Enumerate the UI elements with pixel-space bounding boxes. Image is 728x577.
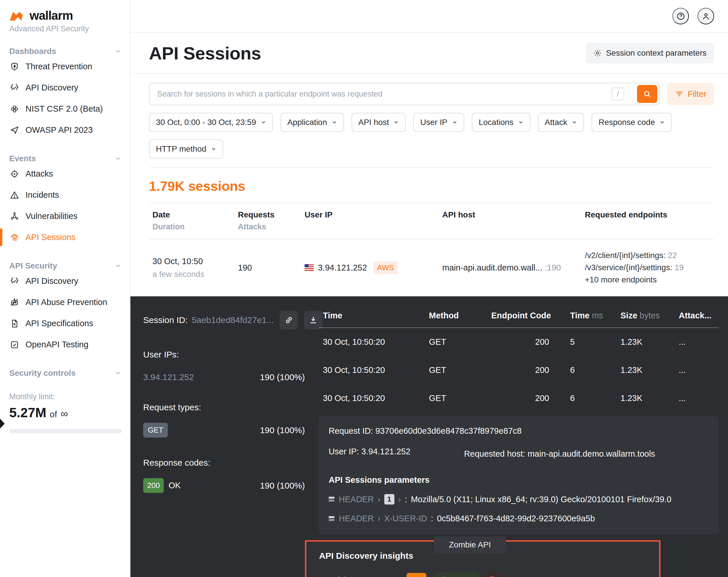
request-types-label: Request types: bbox=[143, 402, 305, 412]
requested-host-value: main-api.audit.demo.wallarm.tools bbox=[527, 449, 655, 458]
requested-host-label: Requested host: bbox=[464, 449, 525, 458]
help-button[interactable] bbox=[672, 8, 689, 24]
crosshair-icon bbox=[9, 169, 20, 179]
panel-user-ip-share: 190 (100%) bbox=[260, 372, 305, 382]
session-id-label: Session ID: bbox=[143, 315, 187, 325]
sidebar-item-owasp[interactable]: OWASP API 2023 bbox=[9, 120, 123, 141]
sidebar-item-api-discovery-2[interactable]: API Discovery bbox=[9, 271, 123, 292]
shield-bolt-icon bbox=[9, 61, 20, 72]
filter-chip-locations[interactable]: Locations bbox=[472, 113, 530, 132]
col-user-ip: User IP bbox=[305, 210, 442, 231]
sidebar-section-events[interactable]: Events bbox=[9, 154, 123, 163]
col-requests: Requests bbox=[238, 210, 305, 220]
header-param-icon bbox=[329, 496, 335, 503]
user-ips-label: User IPs: bbox=[143, 350, 305, 359]
request-row[interactable]: 30 Oct, 10:50:20 GET 200 6 1.23K ... bbox=[319, 356, 719, 384]
endpoint-path: /v2/client/{int}/settings: bbox=[585, 251, 666, 260]
sidebar-section-api-security[interactable]: API Security bbox=[9, 261, 123, 271]
monthly-limit-value: 5.27M bbox=[9, 405, 46, 421]
col-size: Size bbox=[621, 311, 637, 320]
search-input[interactable] bbox=[149, 83, 659, 105]
filter-icon bbox=[675, 90, 684, 98]
check-circle-icon bbox=[440, 576, 448, 577]
sidebar-item-nist-csf[interactable]: NIST CSF 2.0 (Beta) bbox=[9, 98, 123, 120]
header-param-icon bbox=[329, 515, 335, 522]
session-duration: a few seconds bbox=[152, 270, 238, 279]
response-codes-label: Response codes: bbox=[143, 458, 305, 468]
api-risks-label: API risks: bbox=[319, 576, 407, 577]
col-attacks: Attacks bbox=[238, 222, 305, 231]
infinity-symbol: ∞ bbox=[60, 408, 68, 420]
filter-chip-application[interactable]: Application bbox=[281, 113, 344, 132]
sidebar-item-api-discovery[interactable]: API Discovery bbox=[9, 77, 123, 98]
session-api-host: main-api.audit.demo.wall... bbox=[442, 263, 542, 272]
filter-chip-response-code[interactable]: Response code bbox=[592, 113, 672, 132]
filter-chip-http-method[interactable]: HTTP method bbox=[149, 140, 223, 158]
request-row[interactable]: 30 Oct, 10:50:20 GET 200 5 1.23K ... bbox=[319, 328, 719, 356]
chevron-down-icon bbox=[572, 120, 577, 125]
col-requested-endpoints: Requested endpoints bbox=[585, 210, 714, 231]
edge-wedge-icon bbox=[0, 419, 5, 429]
session-row[interactable]: 30 Oct, 10:50 a few seconds 190 3.94.121… bbox=[149, 240, 714, 296]
search-field-wrap: / bbox=[149, 83, 659, 105]
sidebar-item-threat-prevention[interactable]: Threat Prevention bbox=[9, 56, 123, 77]
bola-badge[interactable]: BOLA bbox=[435, 573, 479, 577]
chevron-down-icon bbox=[115, 48, 121, 54]
sidebar-section-dashboards[interactable]: Dashboards bbox=[9, 47, 123, 56]
us-flag-icon bbox=[305, 264, 314, 271]
sidebar-section-security-controls[interactable]: Security controls bbox=[9, 369, 123, 378]
person-icon bbox=[701, 11, 711, 21]
app-window: wallarm Advanced API Security Dashboards… bbox=[0, 0, 728, 577]
method-badge: GET bbox=[143, 423, 168, 437]
response-code-share: 190 (100%) bbox=[260, 481, 305, 491]
filter-chip-user-ip[interactable]: User IP bbox=[413, 113, 464, 132]
gear-icon bbox=[593, 49, 602, 57]
session-context-parameters-button[interactable]: Session context parameters bbox=[586, 43, 714, 64]
api-sessions-parameters-title: API Sessions parameters bbox=[329, 475, 709, 485]
link-icon bbox=[284, 316, 293, 325]
copy-link-button[interactable] bbox=[280, 311, 298, 329]
filter-button[interactable]: Filter bbox=[667, 83, 714, 105]
session-user-ip: 3.94.121.252 bbox=[318, 263, 367, 273]
sessions-table-header: Date Duration Requests Attacks User IP A… bbox=[149, 203, 714, 240]
brand-logo[interactable]: wallarm bbox=[9, 9, 123, 23]
braces-check-icon bbox=[9, 83, 20, 93]
request-row-expanded[interactable]: 30 Oct, 10:50:20 GET 200 6 1.23K ... bbox=[319, 384, 719, 412]
slash-shortcut-key: / bbox=[612, 87, 624, 100]
sidebar-item-openapi-testing[interactable]: OpenAPI Testing bbox=[9, 334, 123, 355]
wallarm-logo-icon bbox=[9, 9, 26, 22]
panel-user-ip[interactable]: 3.94.121.252 bbox=[143, 372, 194, 382]
param-value: 0c5b8467-f763-4d82-99d2-9237600e9a5b bbox=[437, 514, 595, 523]
filter-chip-attack[interactable]: Attack bbox=[538, 113, 584, 132]
endpoint-count: 19 bbox=[675, 263, 684, 272]
sidebar-item-incidents[interactable]: Incidents bbox=[9, 184, 123, 206]
filter-chip-date-range[interactable]: 30 Oct, 0:00 - 30 Oct, 23:59 bbox=[149, 113, 273, 132]
filter-chips-row-1: 30 Oct, 0:00 - 30 Oct, 23:59 Application… bbox=[149, 113, 714, 132]
sidebar-item-vulnerabilities[interactable]: Vulnerabilities bbox=[9, 206, 123, 227]
col-duration: Duration bbox=[152, 222, 238, 231]
sidebar: wallarm Advanced API Security Dashboards… bbox=[0, 0, 130, 577]
zombie-api-risk-button[interactable] bbox=[485, 572, 500, 577]
detail-user-ip-value: 3.94.121.252 bbox=[361, 447, 410, 456]
status-code-text: OK bbox=[168, 481, 181, 490]
sidebar-item-attacks[interactable]: Attacks bbox=[9, 163, 123, 184]
chevron-down-icon bbox=[115, 263, 121, 269]
fingerprint-icon bbox=[9, 232, 20, 243]
main-area: API Sessions Session context parameters … bbox=[130, 0, 728, 577]
search-icon bbox=[643, 89, 652, 99]
col-date: Date bbox=[152, 210, 238, 220]
param-value: Mozilla/5.0 (X11; Linux x86_64; rv:39.0)… bbox=[411, 495, 672, 504]
sessions-count: 1.79K sessions bbox=[149, 178, 714, 194]
sidebar-item-api-abuse-prevention[interactable]: API Abuse Prevention bbox=[9, 292, 123, 313]
session-api-host-count: :190 bbox=[545, 263, 561, 272]
sidebar-item-api-sessions[interactable]: API Sessions bbox=[9, 227, 123, 248]
monthly-limit-label: Monthly limit: bbox=[9, 392, 123, 401]
zombie-api-tooltip: Zombie API bbox=[434, 536, 506, 553]
rings-icon bbox=[9, 104, 20, 114]
monthly-limit-progressbar bbox=[9, 429, 122, 433]
sidebar-item-api-specifications[interactable]: API Specifications bbox=[9, 313, 123, 334]
filter-chip-api-host[interactable]: API host bbox=[352, 113, 406, 132]
search-button[interactable] bbox=[637, 85, 657, 103]
endpoints-more-link[interactable]: +10 more endpoints bbox=[585, 274, 714, 286]
user-menu-button[interactable] bbox=[698, 8, 714, 24]
